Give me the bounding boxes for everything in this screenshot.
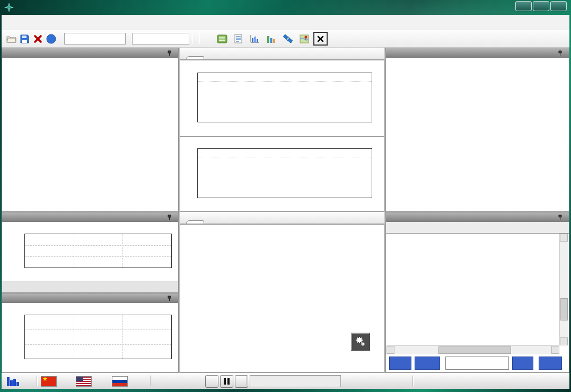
scrollbar-thumb[interactable] (438, 346, 511, 354)
app-logo-icon (4, 3, 14, 12)
height-chart (2, 222, 178, 281)
close-views-button[interactable] (313, 32, 328, 46)
skyplot-view-button[interactable] (280, 32, 295, 46)
pause-icon (224, 378, 230, 385)
progress-indicator (250, 375, 341, 387)
window-controls (515, 1, 567, 11)
x-axis (197, 123, 372, 134)
command-input[interactable] (445, 357, 509, 370)
gps-cn0-chart (180, 61, 384, 134)
toolbar-separator (199, 33, 200, 44)
pin-icon[interactable] (558, 50, 563, 56)
pin-icon[interactable] (167, 215, 172, 220)
scroll-right-icon[interactable] (551, 346, 559, 354)
lock-button[interactable] (389, 357, 411, 370)
map-tabbar (180, 212, 384, 224)
console-panel (385, 212, 569, 372)
gears-icon (355, 336, 366, 348)
nmea-log[interactable] (386, 234, 559, 345)
save-button[interactable] (18, 32, 31, 46)
x-axis (24, 269, 172, 280)
y-axis (2, 234, 22, 268)
vertical-scrollbar[interactable] (559, 234, 568, 345)
help-button[interactable] (45, 32, 58, 46)
cn0-tabbar (180, 48, 384, 60)
gridline (198, 157, 372, 157)
height-panel-body (2, 222, 178, 292)
red-x-icon (33, 34, 42, 43)
xor-button[interactable] (512, 357, 533, 370)
chart-title (180, 61, 384, 72)
information-panel-body (2, 58, 178, 211)
map-view-button[interactable] (297, 32, 311, 46)
height-panel-header (2, 212, 178, 222)
horizontal-scrollbar[interactable] (386, 345, 559, 354)
toolbar-separator (192, 33, 193, 44)
tab-map[interactable] (186, 220, 204, 224)
status-bar (2, 372, 569, 389)
position-chart-icon (266, 34, 276, 43)
y-axis (182, 73, 197, 122)
open-folder-icon (6, 35, 16, 43)
speed-chart (2, 303, 178, 372)
tdmonitor-window (0, 0, 571, 392)
toolbar (2, 30, 569, 48)
clear-button[interactable] (415, 357, 440, 370)
map-settings-button[interactable] (351, 333, 370, 351)
chart-title (2, 303, 178, 314)
open-file-button[interactable] (5, 32, 18, 46)
scroll-up-icon[interactable] (560, 234, 568, 242)
scrollbar-thumb[interactable] (560, 298, 568, 320)
pin-icon[interactable] (558, 215, 563, 220)
chart-title (2, 222, 178, 233)
menu-bar (2, 15, 569, 30)
skyplot-panel-header (386, 48, 569, 58)
information-panel (2, 48, 179, 212)
y-axis (182, 148, 197, 198)
map-panel (180, 212, 384, 372)
minimize-button[interactable] (515, 1, 532, 11)
scroll-left-icon[interactable] (386, 346, 394, 354)
close-button[interactable] (550, 1, 567, 11)
speed-panel (2, 293, 179, 372)
bd-cn0-chart (180, 136, 384, 210)
baudrate-combobox[interactable] (132, 33, 189, 44)
information-fields (2, 58, 178, 211)
glonass-flag-icon (112, 376, 128, 387)
speed-panel-body (2, 303, 178, 372)
speed-panel-header (2, 293, 178, 303)
pause-button[interactable] (220, 375, 233, 388)
gridline (198, 81, 372, 82)
disconnect-button[interactable] (31, 32, 45, 46)
plot-area (197, 148, 372, 198)
series-tabs (2, 281, 178, 292)
plot-area (24, 315, 172, 359)
log-document-icon (234, 34, 242, 43)
tab-cn0[interactable] (186, 56, 204, 59)
send-button[interactable] (539, 357, 562, 370)
skyplot-body (386, 58, 569, 211)
height-panel (2, 212, 179, 293)
cn0-view-button[interactable] (248, 32, 262, 46)
y-axis (2, 315, 22, 359)
cn0-body (180, 60, 384, 212)
chart-title (180, 137, 384, 147)
pin-icon[interactable] (167, 296, 172, 301)
plot-area (24, 234, 172, 268)
save-floppy-icon (20, 34, 29, 43)
gps-flag-icon (76, 376, 92, 387)
maximize-button[interactable] (533, 1, 549, 11)
play-button[interactable] (205, 375, 218, 388)
console-tabs (386, 222, 569, 234)
pin-icon[interactable] (167, 50, 172, 56)
message-list-button[interactable] (215, 32, 229, 46)
beidou-flag-icon (41, 376, 57, 387)
plot-area (197, 73, 372, 122)
title-bar[interactable] (0, 0, 571, 15)
help-icon (46, 34, 56, 44)
log-document-button[interactable] (231, 32, 245, 46)
position-view-button[interactable] (264, 32, 278, 46)
scroll-down-icon[interactable] (560, 337, 568, 345)
port-combobox[interactable] (64, 33, 126, 44)
signal-bars-icon (7, 377, 19, 386)
